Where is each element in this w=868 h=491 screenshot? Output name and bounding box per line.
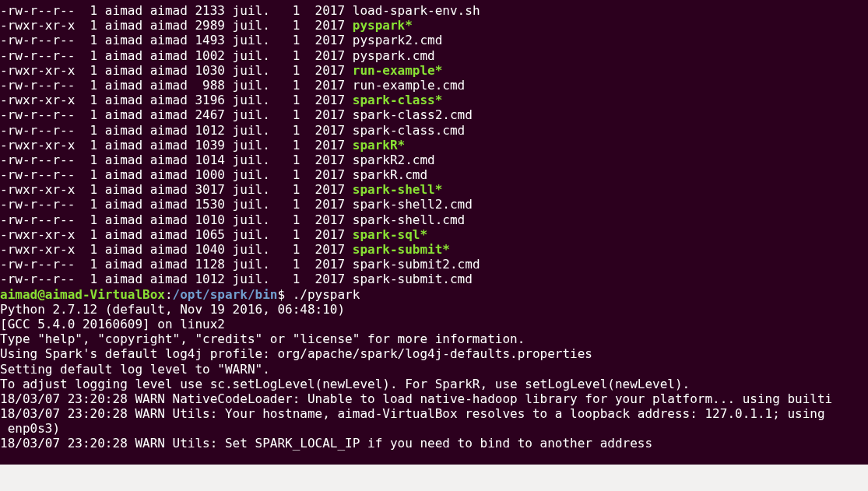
ls-row: -rw-r--r-- 1 aimad aimad 2133 juil. 1 20…	[0, 3, 868, 18]
file-name: spark-submit2.cmd	[353, 257, 480, 272]
file-name: spark-class.cmd	[353, 123, 466, 138]
ls-row: -rw-r--r-- 1 aimad aimad 1002 juil. 1 20…	[0, 48, 868, 63]
window-bottom-bar	[0, 465, 868, 491]
file-name: pyspark*	[353, 18, 413, 33]
ls-row: -rw-r--r-- 1 aimad aimad 1012 juil. 1 20…	[0, 123, 868, 138]
output-line: enp0s3)	[0, 421, 868, 436]
file-name: sparkR2.cmd	[353, 153, 435, 167]
file-name: run-example.cmd	[353, 78, 466, 93]
file-name: load-spark-env.sh	[353, 3, 480, 18]
prompt-user: aimad@aimad-VirtualBox	[0, 287, 165, 302]
ls-row: -rw-r--r-- 1 aimad aimad 988 juil. 1 201…	[0, 78, 868, 93]
output-line: 18/03/07 23:20:28 WARN Utils: Your hostn…	[0, 406, 868, 421]
output-line: 18/03/07 23:20:28 WARN Utils: Set SPARK_…	[0, 436, 868, 451]
file-name: pyspark.cmd	[353, 48, 435, 63]
file-name: pyspark2.cmd	[353, 33, 443, 47]
ls-row: -rwxr-xr-x 1 aimad aimad 1040 juil. 1 20…	[0, 242, 868, 257]
terminal-output[interactable]: -rw-r--r-- 1 aimad aimad 2133 juil. 1 20…	[0, 3, 868, 451]
prompt-sep: :	[165, 287, 173, 302]
ls-row: -rw-r--r-- 1 aimad aimad 1530 juil. 1 20…	[0, 197, 868, 212]
ls-row: -rwxr-xr-x 1 aimad aimad 3196 juil. 1 20…	[0, 93, 868, 107]
ls-row: -rw-r--r-- 1 aimad aimad 1493 juil. 1 20…	[0, 33, 868, 47]
file-name: spark-shell*	[353, 182, 443, 197]
ls-row: -rwxr-xr-x 1 aimad aimad 1039 juil. 1 20…	[0, 138, 868, 153]
prompt-line[interactable]: aimad@aimad-VirtualBox:/opt/spark/bin$ .…	[0, 287, 868, 302]
output-line: Using Spark's default log4j profile: org…	[0, 346, 868, 361]
file-name: sparkR*	[353, 138, 405, 153]
file-name: sparkR.cmd	[353, 167, 427, 182]
output-line: Python 2.7.12 (default, Nov 19 2016, 06:…	[0, 302, 868, 317]
output-line: [GCC 5.4.0 20160609] on linux2	[0, 317, 868, 331]
file-name: spark-submit.cmd	[353, 272, 473, 286]
output-line: To adjust logging level use sc.setLogLev…	[0, 377, 868, 391]
output-line: 18/03/07 23:20:28 WARN NativeCodeLoader:…	[0, 391, 868, 406]
ls-row: -rwxr-xr-x 1 aimad aimad 2989 juil. 1 20…	[0, 18, 868, 33]
file-name: run-example*	[353, 63, 443, 78]
ls-row: -rwxr-xr-x 1 aimad aimad 1065 juil. 1 20…	[0, 227, 868, 242]
ls-row: -rw-r--r-- 1 aimad aimad 1014 juil. 1 20…	[0, 153, 868, 167]
ls-row: -rw-r--r-- 1 aimad aimad 1128 juil. 1 20…	[0, 257, 868, 272]
ls-row: -rw-r--r-- 1 aimad aimad 2467 juil. 1 20…	[0, 107, 868, 122]
file-name: spark-submit*	[353, 242, 450, 257]
ls-row: -rwxr-xr-x 1 aimad aimad 1030 juil. 1 20…	[0, 63, 868, 78]
file-name: spark-sql*	[353, 227, 427, 242]
file-name: spark-shell2.cmd	[353, 197, 473, 212]
file-name: spark-shell.cmd	[353, 212, 466, 227]
output-line: Type "help", "copyright", "credits" or "…	[0, 331, 868, 346]
ls-row: -rw-r--r-- 1 aimad aimad 1000 juil. 1 20…	[0, 167, 868, 182]
file-name: spark-class2.cmd	[353, 107, 473, 122]
ls-row: -rw-r--r-- 1 aimad aimad 1012 juil. 1 20…	[0, 272, 868, 286]
prompt-command: ./pyspark	[293, 287, 360, 302]
prompt-path: /opt/spark/bin	[173, 287, 278, 302]
file-name: spark-class*	[353, 93, 443, 107]
ls-row: -rw-r--r-- 1 aimad aimad 1010 juil. 1 20…	[0, 212, 868, 227]
output-line: Setting default log level to "WARN".	[0, 362, 868, 377]
ls-row: -rwxr-xr-x 1 aimad aimad 3017 juil. 1 20…	[0, 182, 868, 197]
prompt-dollar: $	[277, 287, 292, 302]
